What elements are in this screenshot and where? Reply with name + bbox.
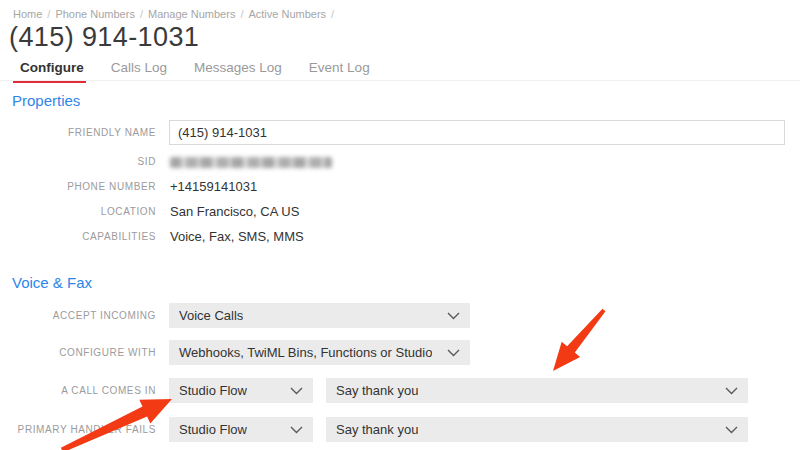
breadcrumb-item-home[interactable]: Home [13,8,42,20]
call-handler-select[interactable]: Studio Flow [169,378,313,403]
sid-row: SID [0,152,800,172]
tab-messages-log[interactable]: Messages Log [194,58,282,80]
breadcrumb-separator: / [140,8,143,20]
primary-handler-fails-row: PRIMARY HANDLER FAILS Studio Flow Say th… [0,417,800,442]
configure-with-label: CONFIGURE WITH [0,340,156,365]
breadcrumb: Home/Phone Numbers/Manage Numbers/Active… [13,8,339,20]
a-call-comes-in-row: A CALL COMES IN Studio Flow Say thank yo… [0,378,800,403]
phone-number-label: PHONE NUMBER [0,177,156,197]
configure-with-row: CONFIGURE WITH Webhooks, TwiML Bins, Fun… [0,340,800,365]
phone-number-value: +14159141031 [170,177,257,197]
chevron-down-icon [290,426,303,434]
tab-configure[interactable]: Configure [20,58,84,80]
accept-incoming-row: ACCEPT INCOMING Voice Calls [0,303,800,328]
breadcrumb-separator: / [331,8,334,20]
chevron-down-icon [725,426,738,434]
friendly-name-input[interactable] [169,120,785,145]
chevron-down-icon [725,387,738,395]
location-label: LOCATION [0,202,156,222]
section-heading-voice-fax: Voice & Fax [12,274,92,291]
phone-number-config-page: Home/Phone Numbers/Manage Numbers/Active… [0,0,800,450]
call-handler-selected-value: Studio Flow [179,383,247,398]
fallback-flow-selected-value: Say thank you [336,422,418,437]
call-flow-selected-value: Say thank you [336,383,418,398]
tab-bar: Configure Calls Log Messages Log Event L… [0,58,800,81]
configure-with-selected-value: Webhooks, TwiML Bins, Functions or Studi… [179,345,432,360]
breadcrumb-separator: / [240,8,243,20]
fallback-handler-selected-value: Studio Flow [179,422,247,437]
location-value: San Francisco, CA US [170,202,299,222]
configure-with-select[interactable]: Webhooks, TwiML Bins, Functions or Studi… [169,340,470,365]
friendly-name-row: FRIENDLY NAME [0,120,800,146]
tab-calls-log[interactable]: Calls Log [111,58,167,80]
primary-handler-fails-label: PRIMARY HANDLER FAILS [0,417,156,442]
sid-label: SID [0,152,156,172]
section-heading-properties: Properties [12,92,80,109]
accept-incoming-label: ACCEPT INCOMING [0,303,156,328]
capabilities-row: CAPABILITIES Voice, Fax, SMS, MMS [0,227,800,247]
accept-incoming-selected-value: Voice Calls [179,308,243,323]
breadcrumb-item-active-numbers[interactable]: Active Numbers [248,8,326,20]
chevron-down-icon [447,312,460,320]
breadcrumb-separator: / [47,8,50,20]
a-call-comes-in-label: A CALL COMES IN [0,378,156,403]
breadcrumb-item-manage-numbers[interactable]: Manage Numbers [148,8,235,20]
page-title: (415) 914-1031 [9,22,199,53]
chevron-down-icon [447,349,460,357]
fallback-handler-select[interactable]: Studio Flow [169,417,313,442]
tab-event-log[interactable]: Event Log [309,58,370,80]
accept-incoming-select[interactable]: Voice Calls [169,303,470,328]
capabilities-value: Voice, Fax, SMS, MMS [170,227,304,247]
capabilities-label: CAPABILITIES [0,227,156,247]
friendly-name-label: FRIENDLY NAME [0,120,156,146]
location-row: LOCATION San Francisco, CA US [0,202,800,222]
fallback-flow-select[interactable]: Say thank you [326,417,748,442]
sid-value-redacted [170,157,332,168]
chevron-down-icon [290,387,303,395]
phone-number-row: PHONE NUMBER +14159141031 [0,177,800,197]
call-flow-select[interactable]: Say thank you [326,378,748,403]
breadcrumb-item-phone-numbers[interactable]: Phone Numbers [55,8,135,20]
